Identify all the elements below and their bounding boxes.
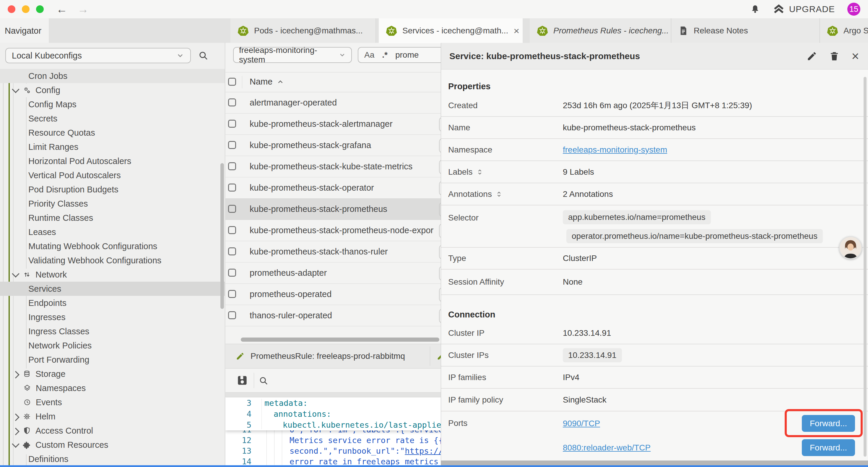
search-icon[interactable]: [198, 50, 209, 61]
sidebar-item-horizontal-pod-autoscalers[interactable]: Horizontal Pod Autoscalers: [0, 154, 225, 168]
code-url-link[interactable]: https://net: [405, 446, 441, 456]
tab-services-active[interactable]: Services - icecheng@math... ×: [379, 18, 523, 43]
port-link[interactable]: 9090/TCP: [563, 419, 600, 428]
row-checkbox[interactable]: [228, 269, 236, 276]
table-row[interactable]: kube-prometheus-stack-thanos-ruler: [225, 241, 441, 262]
edit-pencil-icon[interactable]: [807, 51, 817, 61]
sidebar-item-endpoints[interactable]: Endpoints: [0, 296, 225, 310]
back-icon[interactable]: ←: [56, 3, 67, 16]
sidebar-item-helm[interactable]: Helm: [0, 409, 225, 424]
horizontal-scrollbar[interactable]: [241, 338, 439, 342]
namespace-selector[interactable]: freeleaps-monitoring-system: [233, 47, 352, 63]
sidebar-item-definitions[interactable]: Definitions: [0, 452, 225, 466]
sidebar-item-access-control[interactable]: Access Control: [0, 424, 225, 438]
select-all-checkbox[interactable]: [228, 78, 236, 86]
sidebar-item-leases[interactable]: Leases: [0, 225, 225, 239]
expand-collapse-icon[interactable]: [495, 191, 502, 198]
table-row[interactable]: kube-prometheus-stack-kube-state-metrics: [225, 156, 441, 177]
trash-icon[interactable]: [829, 51, 840, 61]
minimize-window-button[interactable]: [22, 5, 30, 13]
row-checkbox[interactable]: [228, 98, 236, 107]
row-checkbox[interactable]: [228, 311, 236, 319]
chevron-right-icon[interactable]: [12, 428, 19, 435]
row-checkbox[interactable]: [228, 290, 236, 298]
row-checkbox[interactable]: [228, 183, 236, 192]
sidebar-item-network-policies[interactable]: Network Policies: [0, 339, 225, 353]
close-tab-icon[interactable]: ×: [514, 25, 519, 37]
table-row[interactable]: alertmanager-operated: [225, 92, 441, 114]
zoom-window-button[interactable]: [36, 5, 44, 13]
table-row[interactable]: prometheus-adapter: [225, 262, 441, 284]
bell-icon[interactable]: [750, 4, 760, 14]
sidebar-item-port-forwarding[interactable]: Port Forwarding: [0, 353, 225, 367]
detail-panel-scrollbar[interactable]: [864, 77, 867, 457]
close-panel-icon[interactable]: ×: [851, 50, 859, 63]
sidebar-item-ingress-classes[interactable]: Ingress Classes: [0, 324, 225, 339]
close-window-button[interactable]: [8, 5, 16, 13]
sidebar-item-events[interactable]: Events: [0, 395, 225, 409]
save-icon[interactable]: [236, 375, 248, 386]
regex-toggle[interactable]: .*: [382, 50, 388, 60]
table-row[interactable]: prometheus-operated: [225, 284, 441, 305]
row-checkbox[interactable]: [228, 205, 236, 213]
panel-bottom-scrollbar[interactable]: [441, 461, 868, 465]
tab-release-notes[interactable]: Release Notes: [671, 18, 819, 43]
chevron-down-icon[interactable]: [12, 440, 19, 447]
sidebar-item-mutating-webhook-configurations[interactable]: Mutating Webhook Configurations: [0, 239, 225, 253]
sidebar-item-priority-classes[interactable]: Priority Classes: [0, 197, 225, 211]
sidebar-item-pod-disruption-budgets[interactable]: Pod Disruption Budgets: [0, 182, 225, 197]
sidebar-item-validating-webhook-configurations[interactable]: Validating Webhook Configurations: [0, 253, 225, 267]
sidebar-item-cron-jobs[interactable]: Cron Jobs: [0, 69, 225, 83]
expand-collapse-icon[interactable]: [476, 169, 483, 176]
notification-count-badge[interactable]: 15: [847, 3, 860, 16]
sidebar-item-storage[interactable]: Storage: [0, 367, 225, 381]
row-checkbox[interactable]: [228, 226, 236, 234]
kubeconfig-selector[interactable]: Local Kubeconfigs: [5, 48, 191, 63]
sidebar-item-resource-quotas[interactable]: Resource Quotas: [0, 126, 225, 140]
sidebar-scrollbar[interactable]: [220, 163, 224, 309]
table-row[interactable]: thanos-ruler-operated: [225, 305, 441, 326]
tab-pods[interactable]: Pods - icecheng@mathmas...: [230, 18, 376, 43]
table-row[interactable]: kube-prometheus-stack-operator: [225, 177, 441, 199]
table-row[interactable]: kube-prometheus-stack-prometheus-node-ex…: [225, 220, 441, 241]
chevron-right-icon[interactable]: [12, 371, 19, 378]
row-checkbox[interactable]: [228, 162, 236, 170]
forward-button[interactable]: Forward...: [802, 415, 855, 432]
row-checkbox[interactable]: [228, 141, 236, 149]
sidebar-item-vertical-pod-autoscalers[interactable]: Vertical Pod Autoscalers: [0, 168, 225, 182]
sidebar-item-secrets[interactable]: Secrets: [0, 111, 225, 126]
row-checkbox[interactable]: [228, 247, 236, 255]
yaml-editor[interactable]: 3metadata: 4annotations: 5kubectl.kubern…: [225, 398, 441, 467]
tab-prometheus-rules[interactable]: Prometheus Rules - icecheng...: [530, 18, 671, 43]
sidebar-item-namespaces[interactable]: Namespaces: [0, 381, 225, 395]
forward-icon[interactable]: →: [78, 3, 89, 16]
sidebar-item-custom-resources[interactable]: Custom Resources: [0, 438, 225, 452]
sidebar-item-services[interactable]: Services: [0, 282, 225, 296]
sidebar-item-limit-ranges[interactable]: Limit Ranges: [0, 140, 225, 154]
chevron-down-icon[interactable]: [12, 270, 19, 277]
navigator-pane-tab[interactable]: Navigator: [0, 18, 49, 43]
tab-argo[interactable]: Argo Se: [819, 18, 868, 43]
filter-input[interactable]: Aa .* prome: [358, 47, 441, 63]
port-link[interactable]: 8080:reloader-web/TCP: [563, 443, 651, 453]
chevron-right-icon[interactable]: [12, 413, 19, 421]
editor-tab-prometheusrule[interactable]: PrometheusRule: freeleaps-prod-rabbitmq: [227, 344, 430, 368]
table-row[interactable]: kube-prometheus-stack-alertmanager: [225, 114, 441, 135]
editor-scroll-area[interactable]: 110","for":"1m","labels":{"service":" 12…: [225, 430, 441, 467]
table-row-selected[interactable]: kube-prometheus-stack-prometheus: [225, 199, 441, 220]
avatar[interactable]: [839, 236, 862, 259]
row-checkbox[interactable]: [228, 120, 236, 128]
case-sensitive-toggle[interactable]: Aa: [364, 50, 374, 60]
sidebar-item-config[interactable]: Config: [0, 83, 225, 97]
forward-button[interactable]: Forward...: [802, 439, 855, 456]
editor-search-icon[interactable]: [258, 376, 269, 386]
edit-pencil-icon[interactable]: [437, 352, 441, 360]
sidebar-item-ingresses[interactable]: Ingresses: [0, 310, 225, 324]
sidebar-item-runtime-classes[interactable]: Runtime Classes: [0, 211, 225, 225]
namespace-link[interactable]: freeleaps-monitoring-system: [563, 145, 667, 154]
table-row[interactable]: kube-prometheus-stack-grafana: [225, 135, 441, 156]
sidebar-item-config-maps[interactable]: Config Maps: [0, 97, 225, 111]
upgrade-button[interactable]: UPGRADE: [773, 3, 835, 16]
column-header-name[interactable]: Name: [250, 77, 284, 87]
chevron-down-icon[interactable]: [12, 85, 19, 93]
